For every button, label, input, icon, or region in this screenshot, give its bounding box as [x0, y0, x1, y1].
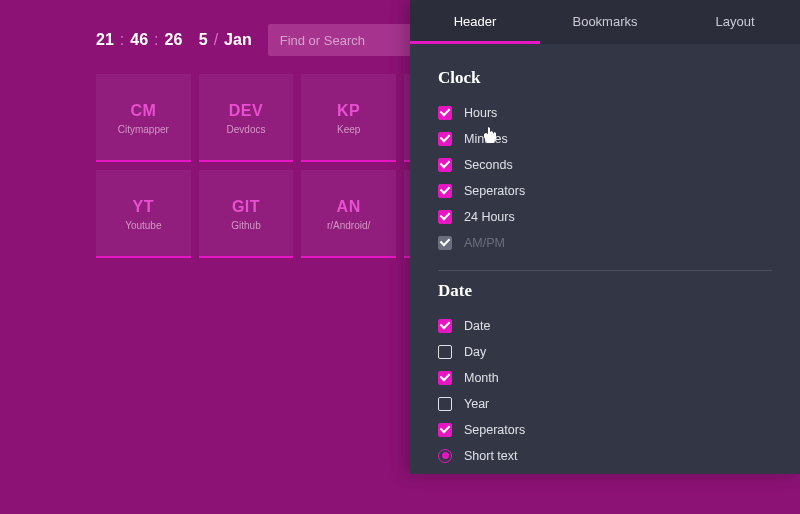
radio-icon [438, 449, 452, 463]
checkbox-icon [438, 184, 452, 198]
date-day: 5 [199, 31, 208, 49]
checkbox-icon [438, 319, 452, 333]
tile-label: Keep [337, 124, 360, 135]
option-hours[interactable]: Hours [438, 100, 772, 126]
tile-abbr: DEV [229, 102, 263, 120]
checkbox-icon [438, 236, 452, 250]
clock-minutes: 46 [130, 31, 148, 49]
option-label: 24 Hours [464, 210, 515, 224]
bookmark-tile[interactable]: YTYoutube [96, 170, 191, 258]
option-date[interactable]: Date [438, 313, 772, 339]
clock-hours: 21 [96, 31, 114, 49]
tile-abbr: YT [133, 198, 154, 216]
divider [438, 270, 772, 271]
clock-display: 21 : 46 : 26 5 / Jan [96, 31, 252, 49]
option-label: Seperators [464, 423, 525, 437]
checkbox-icon [438, 371, 452, 385]
checkbox-icon [438, 132, 452, 146]
option-label: AM/PM [464, 236, 505, 250]
option-label: Seconds [464, 158, 513, 172]
tile-label: r/Android/ [327, 220, 370, 231]
option-seperators[interactable]: Seperators [438, 417, 772, 443]
option-day[interactable]: Day [438, 339, 772, 365]
option-label: Month [464, 371, 499, 385]
bookmark-tile[interactable]: KPKeep [301, 74, 396, 162]
checkbox-icon [438, 210, 452, 224]
option-label: Hours [464, 106, 497, 120]
option-label: Year [464, 397, 489, 411]
checkbox-icon [438, 397, 452, 411]
tile-label: Github [231, 220, 260, 231]
date-month: Jan [224, 31, 252, 49]
tab-layout[interactable]: Layout [670, 0, 800, 44]
tab-header[interactable]: Header [410, 0, 540, 44]
bookmark-tile[interactable]: DEVDevdocs [199, 74, 294, 162]
option-24-hours[interactable]: 24 Hours [438, 204, 772, 230]
tab-bookmarks[interactable]: Bookmarks [540, 0, 670, 44]
tile-label: Youtube [125, 220, 161, 231]
settings-panel: Header Bookmarks Layout Clock HoursMinut… [410, 0, 800, 474]
option-short-text[interactable]: Short text [438, 443, 772, 469]
checkbox-icon [438, 106, 452, 120]
option-am-pm: AM/PM [438, 230, 772, 256]
bookmark-tile[interactable]: ANr/Android/ [301, 170, 396, 258]
tile-abbr: GIT [232, 198, 260, 216]
tile-abbr: CM [130, 102, 156, 120]
checkbox-icon [438, 345, 452, 359]
clock-sep: : [120, 31, 124, 49]
option-label: Minutes [464, 132, 508, 146]
option-label: Short text [464, 449, 518, 463]
checkbox-icon [438, 158, 452, 172]
clock-sep: : [154, 31, 158, 49]
option-seconds[interactable]: Seconds [438, 152, 772, 178]
tile-label: Devdocs [227, 124, 266, 135]
bookmark-tile[interactable]: CMCitymapper [96, 74, 191, 162]
option-minutes[interactable]: Minutes [438, 126, 772, 152]
option-month[interactable]: Month [438, 365, 772, 391]
bookmark-tile[interactable]: GITGithub [199, 170, 294, 258]
settings-tabs: Header Bookmarks Layout [410, 0, 800, 44]
checkbox-icon [438, 423, 452, 437]
tile-label: Citymapper [118, 124, 169, 135]
section-title-date: Date [438, 281, 772, 301]
clock-seconds: 26 [165, 31, 183, 49]
option-year[interactable]: Year [438, 391, 772, 417]
tile-abbr: AN [337, 198, 361, 216]
option-label: Seperators [464, 184, 525, 198]
option-seperators[interactable]: Seperators [438, 178, 772, 204]
option-label: Day [464, 345, 486, 359]
date-sep: / [214, 31, 218, 49]
tile-abbr: KP [337, 102, 360, 120]
option-label: Date [464, 319, 490, 333]
panel-body: Clock HoursMinutesSecondsSeperators24 Ho… [410, 44, 800, 474]
section-title-clock: Clock [438, 68, 772, 88]
